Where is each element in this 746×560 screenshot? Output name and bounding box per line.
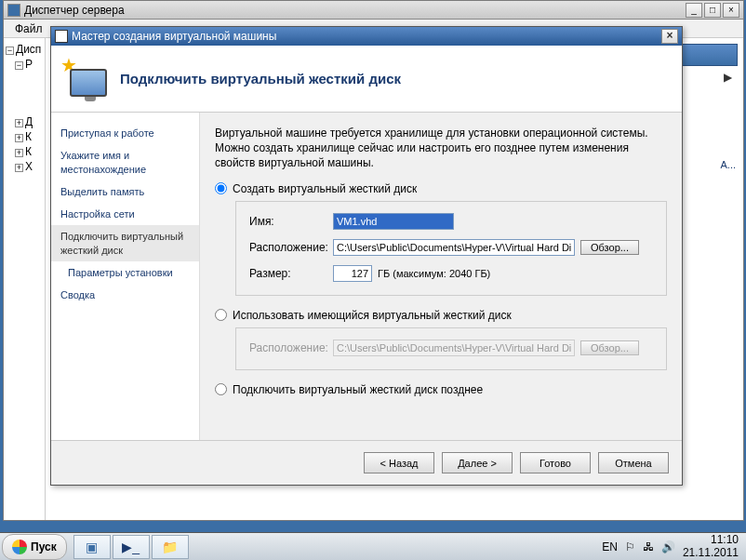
windows-logo-icon [12,540,27,554]
create-vhd-group: Имя: Расположение: Обзор... Размер: ГБ (… [235,201,667,296]
location2-label: Расположение: [249,341,333,354]
step-summary[interactable]: Сводка [51,284,199,306]
wizard-content: Виртуальной машине требуется хранилище д… [200,113,682,440]
next-button[interactable]: Далее > [442,452,513,473]
radio-use-existing[interactable] [215,309,227,321]
task-explorer[interactable]: 📁 [152,535,189,559]
new-vm-icon: ★ [64,58,107,100]
location2-input [333,340,575,356]
tree-node[interactable]: +Д [6,114,43,129]
maximize-button[interactable]: □ [704,3,721,18]
step-name-location[interactable]: Укажите имя и местонахождение [51,144,199,180]
tree-node[interactable]: −Дисп [6,42,43,57]
step-memory[interactable]: Выделить память [51,180,199,203]
tree-node[interactable]: +К [6,129,43,144]
radio-create-vhd[interactable] [215,182,227,194]
app-icon [7,4,20,17]
wizard-titlebar: Мастер создания виртуальной машины × [51,27,682,46]
size-label: Размер: [249,267,333,280]
step-install-options[interactable]: Параметры установки [51,261,199,284]
wizard-icon [55,30,68,43]
cancel-button[interactable]: Отмена [598,452,669,473]
close-button[interactable]: × [723,3,739,18]
menu-file[interactable]: Файл [7,20,50,37]
tree-node[interactable]: +К [6,144,43,159]
wizard-steps: Приступая к работе Укажите имя и местона… [51,113,200,440]
tray-flag-icon[interactable]: ⚐ [625,540,635,553]
clock[interactable]: 11:10 21.11.2011 [683,534,739,558]
wizard-header: ★ Подключить виртуальный жесткий диск [51,46,682,113]
parent-title: Диспетчер сервера [24,4,686,17]
finish-button[interactable]: Готово [520,452,591,473]
step-connect-vhd[interactable]: Подключить виртуальный жесткий диск [51,225,199,261]
minimize-button[interactable]: _ [686,3,702,18]
tree-node [6,72,43,114]
tray-sound-icon[interactable]: 🔊 [661,540,675,553]
task-powershell[interactable]: ▶_ [113,535,150,559]
task-server-manager[interactable]: ▣ [73,535,111,559]
tree-node[interactable]: −Р [6,57,43,72]
size-input[interactable] [333,265,372,282]
radio-use-existing-label: Использовать имеющийся виртуальный жестк… [233,309,512,322]
radio-attach-later-label: Подключить виртуальный жесткий диск позд… [233,383,483,396]
size-unit: ГБ (максимум: 2040 ГБ) [378,268,490,279]
step-network[interactable]: Настройка сети [51,203,199,225]
name-input[interactable] [333,213,454,230]
system-tray: EN ⚐ 🖧 🔊 11:10 21.11.2011 [594,534,746,558]
start-button[interactable]: Пуск [2,534,67,560]
wizard-heading: Подключить виртуальный жесткий диск [120,71,401,87]
side-link[interactable]: А... [720,159,736,170]
tree-pane: −Дисп −Р +Д +К +К +Х [4,38,46,520]
taskbar: Пуск ▣ ▶_ 📁 EN ⚐ 🖧 🔊 11:10 21.11.2011 [0,532,746,560]
back-button[interactable]: < Назад [364,452,434,473]
radio-create-vhd-label: Создать виртуальный жесткий диск [233,182,417,195]
tray-network-icon[interactable]: 🖧 [643,540,654,553]
browse2-button: Обзор... [580,340,639,355]
wizard-description: Виртуальной машине требуется хранилище д… [215,126,667,171]
lang-indicator[interactable]: EN [602,540,618,553]
location-input[interactable] [333,239,575,256]
location-label: Расположение: [249,241,333,254]
step-getting-started[interactable]: Приступая к работе [51,122,199,144]
close-button[interactable]: × [661,29,678,44]
tree-node[interactable]: +Х [6,159,43,174]
existing-vhd-group: Расположение: Обзор... [235,327,667,370]
browse-button[interactable]: Обзор... [580,240,639,255]
chevron-right-icon[interactable]: ▶ [721,71,734,84]
wizard-footer: < Назад Далее > Готово Отмена [51,440,682,485]
vm-wizard-dialog: Мастер создания виртуальной машины × ★ П… [50,26,683,486]
name-label: Имя: [249,215,333,228]
parent-titlebar: Диспетчер сервера _ □ × [4,1,743,20]
wizard-title-text: Мастер создания виртуальной машины [72,30,661,43]
radio-attach-later[interactable] [215,383,227,395]
